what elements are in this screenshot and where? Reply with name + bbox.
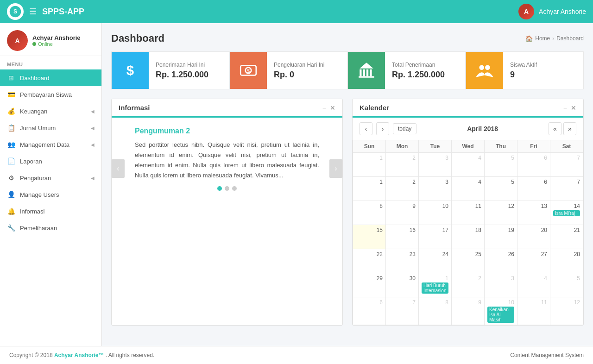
calendar-nav: ‹ › today April 2018 « »: [353, 118, 583, 140]
calendar-today-button[interactable]: today: [393, 123, 416, 134]
cal-cell[interactable]: 19: [485, 225, 517, 249]
sidebar-user-info: Achyar Anshorie Online: [32, 34, 81, 47]
cal-cell[interactable]: 8: [419, 297, 452, 325]
calendar-prev-year[interactable]: «: [549, 122, 561, 135]
carousel-prev-button[interactable]: ‹: [112, 159, 125, 178]
cal-cell[interactable]: 23: [386, 249, 419, 273]
sidebar: A Achyar Anshorie Online MENU ⊞ Dashboar…: [0, 23, 102, 346]
cal-cell[interactable]: 2: [452, 273, 485, 297]
cal-cell[interactable]: 10Kenaikan Isa Al Masih: [485, 297, 517, 325]
sidebar-item-pengaturan[interactable]: ⚙ Pengaturan ◀: [0, 169, 101, 186]
cal-day-fri: Fri: [517, 140, 550, 153]
sidebar-item-informasi[interactable]: 🔔 Informasi: [0, 203, 101, 220]
breadcrumb: 🏠 Home › Dashboard: [525, 35, 584, 42]
home-icon: 🏠: [525, 35, 533, 42]
cal-cell[interactable]: 1: [353, 153, 386, 177]
sidebar-item-jurnal[interactable]: 📋 Jurnal Umum ◀: [0, 119, 101, 136]
cal-cell[interactable]: 30: [386, 273, 419, 297]
stat-value: Rp. 0: [274, 70, 324, 80]
cal-cell[interactable]: 24: [419, 249, 452, 273]
cal-cell[interactable]: 9: [386, 201, 419, 225]
calendar-minimize[interactable]: −: [563, 104, 567, 112]
cal-cell[interactable]: 3: [485, 273, 517, 297]
carousel-next-button[interactable]: ›: [329, 159, 342, 178]
cal-cell[interactable]: 6: [517, 153, 550, 177]
cal-cell[interactable]: 21: [550, 225, 583, 249]
cal-cell[interactable]: 1: [353, 177, 386, 201]
cal-cell[interactable]: 6: [517, 177, 550, 201]
cal-cell[interactable]: 20: [517, 225, 550, 249]
cal-cell[interactable]: 4: [452, 177, 485, 201]
main-content: Dashboard 🏠 Home › Dashboard $ Penerimaa…: [102, 23, 593, 346]
hamburger-icon[interactable]: ☰: [29, 6, 37, 17]
cal-cell[interactable]: 15: [353, 225, 386, 249]
cal-cell[interactable]: 1Hari Buruh Internasion: [419, 273, 452, 297]
cal-cell[interactable]: 18: [452, 225, 485, 249]
cal-cell[interactable]: 26: [485, 249, 517, 273]
sidebar-item-laporan[interactable]: 📄 Laporan: [0, 153, 101, 169]
cal-cell[interactable]: 3: [419, 153, 452, 177]
cal-cell[interactable]: 4: [517, 273, 550, 297]
pengeluaran-icon-box: $: [230, 52, 267, 89]
cal-cell[interactable]: 4: [452, 153, 485, 177]
cal-cell[interactable]: 25: [452, 249, 485, 273]
cal-cell[interactable]: 5: [485, 153, 517, 177]
cal-cell[interactable]: 13: [517, 201, 550, 225]
sidebar-item-management[interactable]: 👥 Management Data ◀: [0, 136, 101, 153]
sidebar-item-pembayaran[interactable]: 💳 Pembayaran Siswa: [0, 86, 101, 103]
cal-cell[interactable]: 11: [452, 201, 485, 225]
footer-author-link[interactable]: Achyar Anshorie™: [54, 352, 104, 358]
cal-cell[interactable]: 5: [550, 273, 583, 297]
cal-event[interactable]: Isra Mi'raj: [553, 210, 580, 216]
cal-cell[interactable]: 3: [419, 177, 452, 201]
cal-cell[interactable]: 10: [419, 201, 452, 225]
calendar-prev-month[interactable]: ‹: [360, 122, 372, 135]
sidebar-item-keuangan[interactable]: 💰 Keuangan ◀: [0, 103, 101, 119]
cal-cell[interactable]: 7: [386, 297, 419, 325]
cal-day-sun: Sun: [353, 140, 386, 153]
sidebar-item-pemeliharaan[interactable]: 🔧 Pemeliharaan: [0, 220, 101, 236]
cal-cell[interactable]: 5: [485, 177, 517, 201]
cal-cell[interactable]: 17: [419, 225, 452, 249]
topnav-avatar: A: [518, 4, 534, 19]
cal-cell[interactable]: 7: [550, 153, 583, 177]
cal-cell[interactable]: 9: [452, 297, 485, 325]
cal-cell[interactable]: 12: [485, 201, 517, 225]
cal-cell[interactable]: 27: [517, 249, 550, 273]
cal-cell[interactable]: 12: [550, 297, 583, 325]
cal-day-mon: Mon: [386, 140, 419, 153]
cal-cell[interactable]: 7: [550, 177, 583, 201]
cal-cell[interactable]: 8: [353, 201, 386, 225]
chevron-icon: ◀: [91, 126, 95, 131]
sidebar-item-label: Informasi: [20, 208, 44, 215]
sidebar-menu-label: MENU: [0, 56, 101, 69]
stat-value: 9: [510, 70, 537, 80]
cal-cell[interactable]: 14Isra Mi'raj: [550, 201, 583, 225]
chevron-icon: ◀: [91, 142, 95, 147]
topnav-right: A Achyar Anshorie: [518, 4, 586, 19]
info-panel-header: Informasi − ✕: [112, 99, 342, 118]
calendar-next-year[interactable]: »: [563, 122, 576, 135]
cal-cell[interactable]: 29: [353, 273, 386, 297]
user-icon: 👤: [7, 191, 15, 198]
calendar-next-month[interactable]: ›: [376, 122, 389, 135]
sidebar-item-manage-users[interactable]: 👤 Manage Users: [0, 186, 101, 203]
cal-cell[interactable]: 11: [517, 297, 550, 325]
cal-cell[interactable]: 16: [386, 225, 419, 249]
cal-cell[interactable]: 22: [353, 249, 386, 273]
cal-cell[interactable]: 2: [386, 153, 419, 177]
cal-day-wed: Wed: [452, 140, 485, 153]
info-panel-close[interactable]: ✕: [330, 104, 335, 112]
cal-event[interactable]: Hari Buruh Internasion: [422, 282, 448, 294]
penerimaan-icon-box: $: [112, 52, 149, 89]
calendar-close[interactable]: ✕: [571, 104, 576, 112]
svg-text:$: $: [126, 63, 134, 78]
breadcrumb-current: Dashboard: [556, 35, 584, 42]
cal-cell[interactable]: 2: [386, 177, 419, 201]
cal-cell[interactable]: 6: [353, 297, 386, 325]
sidebar-item-dashboard[interactable]: ⊞ Dashboard: [0, 69, 101, 86]
stat-card-total: Total Penerimaan Rp. 1.250.000: [347, 51, 466, 89]
cal-event[interactable]: Kenaikan Isa Al Masih: [487, 307, 514, 323]
info-panel-minimize[interactable]: −: [322, 104, 326, 112]
cal-cell[interactable]: 28: [550, 249, 583, 273]
